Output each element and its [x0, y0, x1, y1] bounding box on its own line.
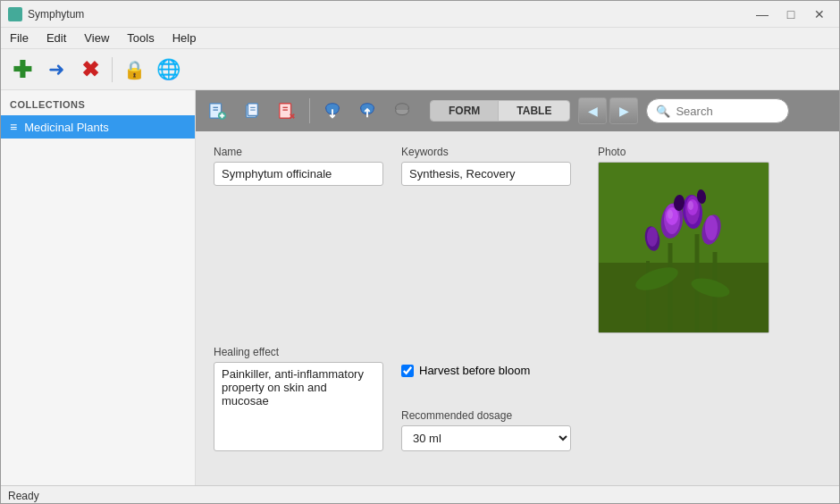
search-input[interactable] [676, 105, 779, 118]
import-icon [323, 101, 342, 121]
title-bar: Symphytum — □ ✕ [1, 1, 839, 28]
delete-record-button[interactable] [271, 96, 303, 126]
name-group: Name [214, 146, 383, 186]
dosage-group: Recommended dosage 10 ml 20 ml 30 ml 50 … [401, 409, 571, 451]
toolbar: ✚ ➜ ✖ 🔒 🌐 [1, 49, 839, 90]
svg-point-41 [688, 201, 693, 210]
export-icon [357, 101, 377, 121]
form-view-button[interactable]: FORM [431, 101, 499, 121]
svg-rect-10 [280, 104, 291, 119]
status-text: Ready [8, 490, 39, 502]
globe-icon: 🌐 [156, 58, 181, 81]
app-title: Symphytum [28, 8, 84, 21]
duplicate-button[interactable] [236, 96, 268, 126]
photo-area: Photo [598, 146, 769, 333]
sub-toolbar: FORM TABLE ◀ ▶ 🔍 [196, 90, 839, 131]
search-icon: 🔍 [656, 105, 670, 118]
healing-label: Healing effect [214, 346, 383, 358]
navigation-arrows: ◀ ▶ [578, 97, 638, 124]
svg-point-35 [705, 215, 718, 240]
title-bar-left: Symphytum [8, 7, 84, 21]
form-row-1: Name Keywords Photo [214, 146, 821, 333]
healing-textarea[interactable]: Painkiller, anti-inflammatory property o… [214, 362, 383, 451]
main-layout: COLLECTIONS ≡ Medicinal Plants [1, 90, 839, 485]
harvest-label: Harvest before bloom [419, 364, 530, 377]
status-bar: Ready [1, 485, 839, 504]
settings-icon [392, 101, 412, 121]
harvest-checkbox[interactable] [401, 365, 414, 377]
sidebar: COLLECTIONS ≡ Medicinal Plants [1, 90, 196, 485]
edit-button[interactable]: ➜ [40, 55, 72, 85]
healing-group: Healing effect Painkiller, anti-inflamma… [214, 346, 383, 451]
dosage-select[interactable]: 10 ml 20 ml 30 ml 50 ml 100 ml [401, 425, 571, 451]
form-area: Name Keywords Photo [196, 131, 839, 485]
photo-image[interactable] [598, 162, 769, 333]
menu-help[interactable]: Help [164, 29, 206, 46]
menu-file[interactable]: File [1, 29, 38, 46]
prev-record-button[interactable]: ◀ [578, 97, 607, 124]
view-toggle: FORM TABLE [430, 100, 570, 122]
form-right: Harvest before bloom Recommended dosage … [401, 346, 571, 451]
collection-icon: ≡ [10, 120, 17, 134]
photo-label: Photo [598, 146, 769, 158]
dosage-label: Recommended dosage [401, 409, 571, 422]
app-icon [8, 7, 22, 21]
content-area: FORM TABLE ◀ ▶ 🔍 Name [196, 90, 839, 485]
harvest-group: Harvest before bloom [401, 364, 571, 377]
name-label: Name [214, 146, 383, 158]
menu-tools[interactable]: Tools [118, 29, 163, 46]
new-record-icon [207, 101, 227, 121]
add-button[interactable]: ✚ [6, 55, 38, 85]
close-button[interactable]: ✕ [807, 6, 832, 22]
new-record-button[interactable] [201, 96, 233, 126]
table-view-button[interactable]: TABLE [499, 101, 569, 121]
edit-icon: ➜ [48, 58, 64, 81]
flower-svg [599, 163, 769, 333]
menu-edit[interactable]: Edit [38, 29, 75, 46]
name-input[interactable] [214, 162, 383, 186]
svg-point-37 [647, 227, 658, 247]
add-icon: ✚ [13, 58, 32, 81]
window-controls: — □ ✕ [750, 6, 832, 22]
sidebar-item-label: Medicinal Plants [24, 121, 109, 134]
svg-point-40 [668, 210, 673, 219]
sidebar-item-medicinal-plants[interactable]: ≡ Medicinal Plants [1, 115, 195, 139]
next-record-button[interactable]: ▶ [609, 97, 638, 124]
menu-bar: File Edit View Tools Help [1, 28, 839, 49]
keywords-input[interactable] [401, 162, 571, 186]
lock-button[interactable]: 🔒 [118, 55, 150, 85]
export-button[interactable] [351, 96, 383, 126]
lock-icon: 🔒 [123, 59, 146, 80]
delete-icon: ✖ [81, 57, 99, 82]
svg-rect-21 [599, 263, 769, 333]
globe-button[interactable]: 🌐 [152, 55, 184, 85]
minimize-button[interactable]: — [750, 6, 775, 22]
sub-separator-1 [309, 98, 310, 123]
delete-button[interactable]: ✖ [74, 55, 106, 85]
sidebar-header: COLLECTIONS [1, 97, 195, 115]
import-button[interactable] [316, 96, 349, 126]
settings-button[interactable] [386, 96, 418, 126]
menu-view[interactable]: View [75, 29, 118, 46]
search-box: 🔍 [646, 98, 789, 123]
duplicate-icon [242, 101, 262, 121]
maximize-button[interactable]: □ [778, 6, 803, 22]
toolbar-separator-1 [112, 57, 113, 82]
form-row-2: Healing effect Painkiller, anti-inflamma… [214, 346, 821, 451]
keywords-group: Keywords [401, 146, 571, 186]
keywords-label: Keywords [401, 146, 571, 158]
delete-record-icon [277, 101, 297, 121]
